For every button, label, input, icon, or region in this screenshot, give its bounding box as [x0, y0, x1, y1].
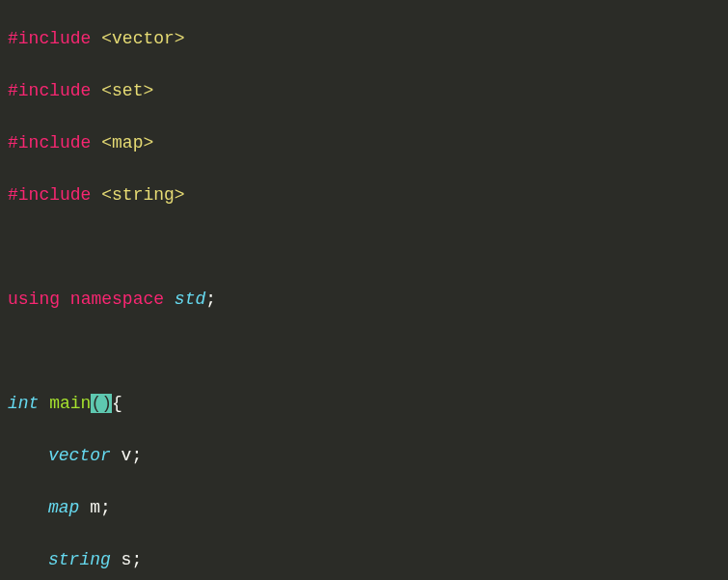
- type-token: vector: [48, 446, 111, 465]
- code-line: string s;: [8, 547, 720, 573]
- code-line: #include <set>: [8, 78, 720, 104]
- code-line: int main(){: [8, 391, 720, 417]
- var-token: v;: [111, 446, 142, 465]
- preproc-token: #include: [8, 29, 91, 48]
- code-line: using namespace std;: [8, 287, 720, 313]
- code-line: #include <map>: [8, 130, 720, 156]
- header-token: <string>: [101, 185, 184, 205]
- header-token: <set>: [101, 81, 153, 100]
- code-line: #include <vector>: [8, 26, 720, 52]
- preproc-token: #include: [8, 81, 91, 100]
- keyword-token: namespace: [70, 290, 164, 309]
- preproc-token: #include: [8, 185, 91, 205]
- code-line: vector v;: [8, 443, 720, 469]
- header-token: <vector>: [101, 29, 184, 48]
- code-line: [8, 339, 720, 365]
- header-token: <map>: [101, 133, 153, 152]
- var-token: s;: [111, 550, 142, 569]
- code-editor[interactable]: #include <vector> #include <set> #includ…: [0, 0, 728, 580]
- type-token: int: [8, 394, 39, 413]
- type-token: string: [48, 550, 111, 569]
- var-token: m;: [79, 498, 110, 517]
- code-line: [8, 235, 720, 261]
- type-token: map: [48, 498, 79, 517]
- punct-token: {: [112, 394, 122, 413]
- keyword-token: using: [8, 290, 60, 309]
- preproc-token: #include: [8, 133, 91, 152]
- type-token: std: [175, 290, 205, 309]
- paren-highlight: (): [91, 394, 112, 413]
- func-token: main: [49, 394, 91, 413]
- code-line: #include <string>: [8, 182, 720, 208]
- code-line: map m;: [8, 495, 720, 521]
- punct-token: ;: [205, 290, 216, 309]
